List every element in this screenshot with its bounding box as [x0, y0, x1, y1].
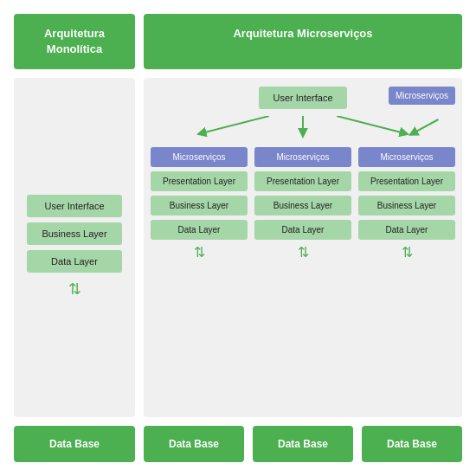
ms-box-3: Microserviços: [358, 147, 455, 167]
ms-label-2: Microserviços: [276, 152, 329, 162]
mono-data-box: Data Layer: [27, 250, 122, 273]
micro-ui-box: User Interface: [259, 87, 346, 109]
ms-label-3: Microserviços: [380, 152, 433, 162]
ms-box-1: Microserviços: [151, 147, 248, 167]
mono-db-label: Data Base: [49, 438, 100, 450]
svg-line-0: [202, 116, 269, 133]
data-layer-2: Data Layer: [254, 220, 351, 240]
mono-business-label: Business Layer: [42, 228, 106, 239]
monolithic-title: Arquitetura Monolítica: [44, 27, 105, 55]
mono-data-label: Data Layer: [51, 256, 98, 267]
pres-label-3: Presentation Layer: [370, 177, 443, 186]
pres-label-1: Presentation Layer: [163, 177, 235, 186]
micro-col-2: Microserviços Presentation Layer Busines…: [254, 147, 351, 408]
monolithic-header: Arquitetura Monolítica: [14, 14, 135, 69]
micro-db2-box: Data Base: [253, 426, 353, 462]
micro-db1-label: Data Base: [169, 438, 219, 450]
col2-arrow: ⇅: [298, 246, 309, 260]
micro-db1-box: Data Base: [144, 426, 244, 462]
micro-tag-top: Microserviços: [389, 87, 455, 105]
data-layer-3: Data Layer: [358, 220, 455, 240]
micro-col-3: Microserviços Presentation Layer Busines…: [358, 147, 455, 408]
pres-layer-1: Presentation Layer: [151, 171, 248, 191]
connector-svg: [151, 116, 455, 142]
mono-ui-box: User Interface: [27, 195, 122, 217]
headers-row: Arquitetura Monolítica Arquitetura Micro…: [14, 14, 462, 69]
database-row: Data Base Data Base Data Base Data Base: [14, 426, 462, 462]
ms-label-1: Microserviços: [172, 152, 225, 162]
mono-bidirectional-arrow: ⇅: [68, 281, 81, 297]
ms-box-2: Microserviços: [254, 147, 351, 167]
biz-label-3: Business Layer: [377, 201, 436, 210]
microservices-area: User Interface Microserviços: [144, 78, 462, 417]
data-label-3: Data Layer: [386, 225, 428, 235]
micro-db3-box: Data Base: [362, 426, 462, 462]
microservices-header: Arquitetura Microserviços: [144, 14, 462, 69]
micro-ui-label: User Interface: [273, 93, 332, 103]
micro-db2-label: Data Base: [278, 438, 328, 450]
biz-layer-3: Business Layer: [358, 196, 455, 215]
micro-db3-label: Data Base: [387, 438, 437, 450]
data-label-2: Data Layer: [282, 225, 325, 235]
data-layer-1: Data Layer: [151, 220, 248, 240]
data-label-1: Data Layer: [178, 225, 221, 235]
middle-row: User Interface Business Layer Data Layer…: [14, 78, 462, 417]
pres-layer-2: Presentation Layer: [254, 171, 351, 191]
mono-business-box: Business Layer: [27, 222, 122, 245]
biz-layer-1: Business Layer: [151, 196, 248, 215]
svg-line-2: [337, 116, 404, 133]
micro-tag-label: Microserviços: [396, 91, 448, 100]
mono-db-box: Data Base: [14, 426, 135, 462]
svg-line-3: [413, 119, 438, 133]
biz-layer-2: Business Layer: [254, 196, 351, 215]
biz-label-2: Business Layer: [273, 201, 332, 210]
col1-arrow: ⇅: [194, 246, 205, 260]
micro-columns: Microserviços Presentation Layer Busines…: [151, 147, 455, 408]
main-container: Arquitetura Monolítica Arquitetura Micro…: [0, 0, 476, 476]
monolithic-column: User Interface Business Layer Data Layer…: [14, 78, 135, 417]
mono-ui-label: User Interface: [44, 201, 104, 211]
microservices-title: Arquitetura Microserviços: [233, 27, 372, 40]
biz-label-1: Business Layer: [170, 201, 228, 210]
col3-arrow: ⇅: [402, 246, 413, 260]
pres-label-2: Presentation Layer: [267, 177, 339, 186]
micro-col-1: Microserviços Presentation Layer Busines…: [151, 147, 248, 408]
pres-layer-3: Presentation Layer: [358, 171, 455, 191]
